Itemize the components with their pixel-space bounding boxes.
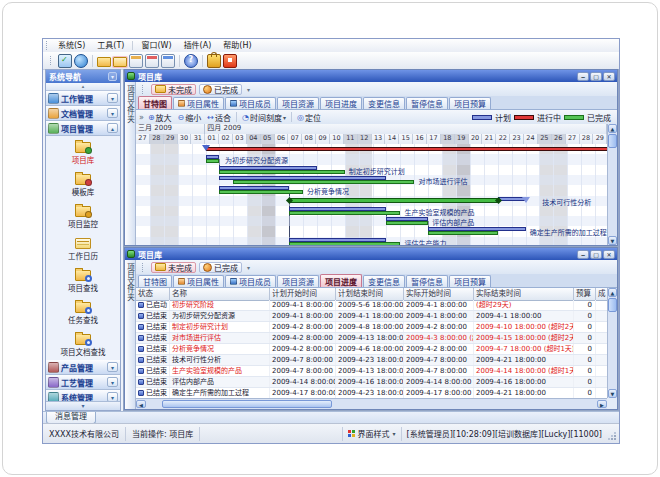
actual-bar[interactable] [233, 180, 414, 184]
toolbar-overflow-icon[interactable]: ▾ [247, 86, 250, 93]
globe-icon[interactable] [74, 54, 88, 68]
ui-style-button[interactable]: 界面样式 ▾ [342, 427, 401, 441]
scroll-left-icon[interactable]: ◀ [136, 400, 146, 408]
gantt-tab-4[interactable]: 项目进度 [320, 97, 362, 109]
gantt-tab-1[interactable]: 项目属性 [173, 97, 224, 109]
table-row-8[interactable]: 已结束确定生产所需的加工过程2009-4-17 8:00:002009-4-23… [136, 388, 607, 398]
toolbar-overflow-icon[interactable]: ▾ [247, 264, 250, 271]
scroll-thumb[interactable] [608, 134, 617, 148]
column-header-1[interactable]: 名称 [170, 288, 270, 300]
gantt-vertical-scrollbar[interactable]: ▲ ▼ [607, 124, 617, 245]
gantt-tool-1[interactable]: ⊖缩小 [176, 112, 204, 123]
gantt-tool-3[interactable]: ◔时间刻度▾ [240, 112, 288, 123]
gantt-tool-0[interactable]: ⊕放大 [146, 112, 174, 123]
table-row-7[interactable]: 已结束评估内部产品2009-4-14 8:00:002009-4-16 18:0… [136, 377, 607, 388]
gantt-tab-5[interactable]: 变更信息 [363, 97, 405, 109]
table-tab-4[interactable]: 项目进度 [320, 274, 362, 287]
column-header-4[interactable]: 实际开始时间 [404, 288, 474, 300]
progress-bar[interactable] [206, 147, 607, 151]
lock-icon[interactable] [207, 54, 221, 68]
chevron-down-icon[interactable]: ▾ [107, 377, 118, 387]
gantt-window-titlebar[interactable]: 项目库 ‒ ▢ ✕ [125, 70, 617, 82]
table-tab-5[interactable]: 变更信息 [363, 275, 405, 287]
sidebar-item-3[interactable]: 工作日历 [46, 232, 120, 264]
sidebar-group-0[interactable]: 工作管理▾ [46, 91, 120, 106]
chevron-down-icon[interactable]: ▾ [107, 362, 118, 372]
resize-grip[interactable] [608, 432, 616, 440]
table-tab-2[interactable]: 项目成员 [225, 275, 276, 287]
actual-bar[interactable] [386, 221, 428, 225]
actual-bar[interactable] [219, 170, 344, 174]
gantt-filter-0[interactable]: 未完成 [151, 84, 196, 95]
menu-item-3[interactable]: 插件(A) [178, 40, 218, 52]
project-folders-vertical-tab[interactable]: 项目文件夹 [125, 82, 136, 245]
table-tab-6[interactable]: 暂停信息 [406, 275, 448, 287]
sidebar-group-3[interactable]: 产品管理▾ [46, 360, 120, 375]
scroll-down-icon[interactable]: ▼ [608, 236, 617, 245]
column-header-0[interactable]: 状态 [136, 288, 170, 300]
menu-item-0[interactable]: 系统(S) [52, 40, 91, 52]
table-row-1[interactable]: 已结束为初步研究分配资源2009-4-1 8:00:002009-4-1 18:… [136, 311, 607, 322]
gantt-tool-4[interactable]: ◎定位 [295, 112, 323, 123]
actual-bar[interactable] [206, 159, 220, 163]
gantt-tab-3[interactable]: 项目资源 [277, 97, 319, 109]
table-tab-0[interactable]: 甘特图 [138, 275, 172, 287]
actual-bar[interactable] [289, 242, 400, 245]
sidebar-overflow-button[interactable]: ▾ [46, 401, 120, 410]
scroll-up-icon[interactable]: ▲ [608, 124, 617, 133]
table-tab-7[interactable]: 项目预算 [449, 275, 491, 287]
toolbar-overflow-icon[interactable]: » [139, 113, 144, 122]
pin-icon[interactable]: ▾ [108, 72, 117, 81]
column-header-6[interactable]: 预算 [574, 288, 596, 300]
exit-icon[interactable] [223, 54, 237, 68]
minimize-button[interactable]: ‒ [577, 250, 589, 259]
screen-icon[interactable] [58, 54, 72, 68]
gantt-tab-7[interactable]: 项目预算 [449, 97, 491, 109]
table-vertical-scrollbar[interactable]: ▲ ▼ [607, 288, 617, 398]
note-view-icon[interactable] [161, 54, 175, 68]
table-row-0[interactable]: 已启动初步研究阶段2009-4-1 8:00:002009-5-6 18:00:… [136, 300, 607, 311]
sidebar-group-2[interactable]: 项目管理▴ [46, 121, 120, 136]
folder-icon[interactable] [97, 57, 111, 67]
restore-button[interactable]: ▢ [590, 250, 602, 259]
menu-item-1[interactable]: 工具(T) [91, 40, 130, 52]
help-icon[interactable] [184, 54, 198, 68]
table-filter-1[interactable]: 已完成 [199, 262, 242, 273]
table-tab-1[interactable]: 项目属性 [173, 275, 224, 287]
table-row-2[interactable]: 已结束制定初步研究计划2009-4-2 8:00:002009-4-8 18:0… [136, 322, 607, 333]
sidebar-group-4[interactable]: 工艺管理▾ [46, 375, 120, 390]
folder-open-icon[interactable] [113, 57, 127, 67]
sidebar-item-5[interactable]: 任务查找 [46, 296, 120, 328]
minimize-button[interactable]: ‒ [577, 72, 589, 81]
menu-item-4[interactable]: 帮助(H) [217, 40, 257, 52]
table-row-6[interactable]: 已结束生产实验室规模的产品2009-4-7 8:00:002009-4-13 1… [136, 366, 607, 377]
gantt-filter-1[interactable]: 已完成 [199, 84, 242, 95]
gantt-tab-2[interactable]: 项目成员 [225, 97, 276, 109]
close-button[interactable]: ✕ [603, 250, 615, 259]
table-row-4[interactable]: 已结束分析竞争情况2009-4-2 8:00:002009-4-6 18:00:… [136, 344, 607, 355]
sidebar-item-0[interactable]: 项目库 [46, 136, 120, 168]
scroll-thumb[interactable] [608, 298, 617, 312]
note-new-icon[interactable] [129, 54, 143, 68]
sidebar-group-1[interactable]: 文档管理▾ [46, 106, 120, 121]
sidebar-splitter[interactable]: ▴ [46, 83, 120, 91]
gantt-tab-6[interactable]: 暂停信息 [406, 97, 448, 109]
column-header-3[interactable]: 计划结束时间 [336, 288, 404, 300]
table-row-5[interactable]: 已结束技术可行性分析2009-4-7 8:00:002009-4-23 18:0… [136, 355, 607, 366]
table-row-3[interactable]: 已结束对市场进行评估2009-4-2 8:00:002009-4-13 18:0… [136, 333, 607, 344]
table-horizontal-scrollbar[interactable]: ◀ ▶ [136, 398, 607, 409]
column-header-7[interactable]: 成 [596, 288, 607, 300]
project-folders-vertical-tab[interactable]: 项目文件夹 [125, 260, 136, 409]
sidebar-item-1[interactable]: 模板库 [46, 168, 120, 200]
sidebar-item-6[interactable]: 项目文档查找 [46, 328, 120, 360]
sidebar-item-4[interactable]: 项目查找 [46, 264, 120, 296]
sidebar-item-2[interactable]: 项目监控 [46, 200, 120, 232]
chevron-down-icon[interactable]: ▾ [107, 108, 118, 118]
column-header-2[interactable]: 计划开始时间 [270, 288, 336, 300]
scroll-up-icon[interactable]: ▲ [608, 288, 617, 297]
table-filter-0[interactable]: 未完成 [151, 262, 196, 273]
actual-bar[interactable] [289, 211, 400, 215]
note-edit-icon[interactable] [145, 54, 159, 68]
gantt-tool-2[interactable]: ↔适合 [205, 112, 233, 123]
restore-button[interactable]: ▢ [590, 72, 602, 81]
